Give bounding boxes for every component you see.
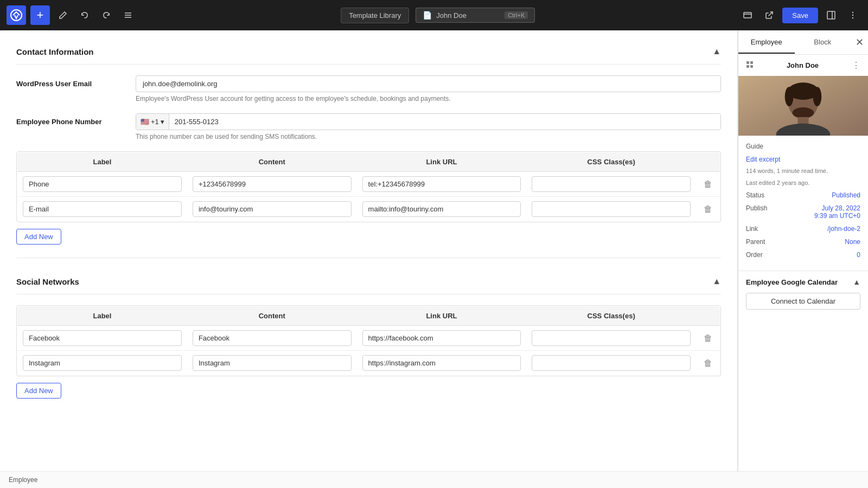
publish-value: July 28, 2022 9:39 am UTC+0 bbox=[814, 204, 860, 220]
contact-section-title: Contact Information bbox=[16, 47, 94, 56]
wordpress-email-input[interactable] bbox=[136, 75, 721, 92]
phone-number-input[interactable] bbox=[169, 114, 720, 130]
guide-label: Guide bbox=[746, 143, 763, 150]
close-sidebar-button[interactable]: ✕ bbox=[851, 30, 868, 54]
undo-button[interactable] bbox=[76, 7, 93, 24]
contact-css-input-0[interactable] bbox=[532, 176, 691, 192]
contact-table-row: 🗑 bbox=[17, 172, 720, 197]
main-layout: Contact Information ▲ WordPress User Ema… bbox=[0, 30, 868, 471]
contact-delete-button-0[interactable]: 🗑 bbox=[701, 177, 714, 191]
contact-link-input-1[interactable] bbox=[362, 201, 521, 217]
contact-label-input-0[interactable] bbox=[23, 176, 182, 192]
social-table-col-link: Link URL bbox=[357, 306, 527, 326]
contact-table-col-content: Content bbox=[187, 152, 357, 172]
guide-row: Guide bbox=[746, 143, 860, 150]
more-options-button[interactable] bbox=[844, 7, 861, 24]
social-table-col-label: Label bbox=[17, 306, 187, 326]
calendar-collapse-button[interactable]: ▲ bbox=[853, 278, 860, 286]
wordpress-email-label: WordPress User Email bbox=[16, 75, 136, 88]
social-css-input-1[interactable] bbox=[532, 355, 691, 371]
phone-code: +1 bbox=[151, 118, 159, 126]
phone-hint: This phone number can be used for sendin… bbox=[136, 133, 721, 140]
hamburger-button[interactable] bbox=[119, 7, 137, 24]
flag-chevron-icon: ▾ bbox=[161, 118, 164, 126]
redo-button[interactable] bbox=[98, 7, 115, 24]
social-delete-button-1[interactable]: 🗑 bbox=[701, 356, 714, 370]
contact-table-row: 🗑 bbox=[17, 197, 720, 222]
svg-rect-14 bbox=[750, 65, 753, 68]
employee-card-header: John Doe ⋮ bbox=[738, 55, 868, 76]
social-link-input-0[interactable] bbox=[362, 330, 521, 346]
tab-block[interactable]: Block bbox=[795, 31, 851, 54]
wordpress-email-hint: Employee's WordPress User account for ge… bbox=[136, 95, 721, 102]
sidebar-toggle-button[interactable] bbox=[822, 7, 840, 24]
contact-add-new-button[interactable]: Add New bbox=[16, 229, 61, 245]
employee-card-more-button[interactable]: ⋮ bbox=[852, 60, 860, 70]
social-table-col-content: Content bbox=[187, 306, 357, 326]
publish-time: 9:39 am UTC+0 bbox=[814, 212, 860, 220]
calendar-section: Employee Google Calendar ▲ Connect to Ca… bbox=[738, 271, 868, 316]
phone-control: 🇺🇸 +1 ▾ This phone number can be used fo… bbox=[136, 113, 721, 140]
connect-calendar-button[interactable]: Connect to Calendar bbox=[746, 293, 860, 310]
contact-collapse-button[interactable]: ▲ bbox=[712, 47, 721, 56]
contact-table-col-label: Label bbox=[17, 152, 187, 172]
social-table-row: 🗑 bbox=[17, 326, 720, 351]
preview-button[interactable] bbox=[739, 7, 756, 24]
phone-label: Employee Phone Number bbox=[16, 113, 136, 126]
social-add-new-button[interactable]: Add New bbox=[16, 383, 61, 399]
svg-point-9 bbox=[852, 15, 853, 16]
svg-rect-11 bbox=[746, 61, 749, 64]
external-link-button[interactable] bbox=[761, 7, 778, 24]
status-label: Status bbox=[746, 191, 764, 199]
edit-excerpt-link[interactable]: Edit excerpt bbox=[746, 156, 860, 163]
wordpress-email-row: WordPress User Email Employee's WordPres… bbox=[16, 75, 721, 102]
social-content-input-1[interactable] bbox=[193, 355, 352, 371]
social-css-input-0[interactable] bbox=[532, 330, 691, 346]
phone-row: Employee Phone Number 🇺🇸 +1 ▾ This phone… bbox=[16, 113, 721, 140]
order-value: 0 bbox=[857, 251, 860, 259]
tab-employee[interactable]: Employee bbox=[738, 31, 795, 54]
social-delete-button-0[interactable]: 🗑 bbox=[701, 331, 714, 345]
contact-content-input-0[interactable] bbox=[193, 176, 352, 192]
contact-css-input-1[interactable] bbox=[532, 201, 691, 217]
edit-button[interactable] bbox=[54, 7, 72, 24]
contact-delete-button-1[interactable]: 🗑 bbox=[701, 202, 714, 216]
link-value[interactable]: /john-doe-2 bbox=[827, 225, 860, 233]
social-label-input-1[interactable] bbox=[23, 355, 182, 371]
svg-rect-4 bbox=[744, 12, 751, 18]
contact-label-input-1[interactable] bbox=[23, 201, 182, 217]
wp-logo bbox=[7, 5, 26, 25]
link-label: Link bbox=[746, 225, 758, 233]
social-link-input-1[interactable] bbox=[362, 355, 521, 371]
social-collapse-button[interactable]: ▲ bbox=[712, 277, 721, 286]
social-table-row: 🗑 bbox=[17, 351, 720, 376]
status-value: Published bbox=[832, 191, 860, 199]
sidebar-tabs-row: Employee Block ✕ bbox=[738, 30, 868, 55]
meta-stats: 114 words, 1 minute read time. bbox=[746, 168, 860, 174]
search-text: John Doe bbox=[436, 11, 467, 20]
flag-emoji: 🇺🇸 bbox=[141, 118, 149, 126]
parent-row: Parent None bbox=[746, 238, 860, 246]
svg-rect-6 bbox=[827, 11, 835, 19]
contact-content-input-1[interactable] bbox=[193, 201, 352, 217]
svg-point-10 bbox=[852, 17, 853, 18]
search-shortcut: Ctrl+K bbox=[505, 11, 528, 19]
social-content-input-0[interactable] bbox=[193, 330, 352, 346]
svg-rect-12 bbox=[750, 61, 753, 64]
phone-flag-selector[interactable]: 🇺🇸 +1 ▾ bbox=[136, 114, 169, 130]
template-library-button[interactable]: Template Library bbox=[341, 8, 409, 23]
save-button[interactable]: Save bbox=[782, 8, 818, 23]
search-bar[interactable]: 📄 John Doe Ctrl+K bbox=[416, 8, 535, 23]
phone-input-wrap: 🇺🇸 +1 ▾ bbox=[136, 113, 721, 130]
link-row: Link /john-doe-2 bbox=[746, 225, 860, 233]
bottom-label: Employee bbox=[0, 471, 868, 488]
sidebar-tabs: Employee Block bbox=[738, 31, 851, 54]
add-button[interactable]: + bbox=[30, 5, 50, 25]
social-table-col-delete bbox=[696, 306, 720, 326]
social-section-divider bbox=[16, 258, 721, 258]
employee-card-grid-icon bbox=[746, 61, 754, 70]
social-label-input-0[interactable] bbox=[23, 330, 182, 346]
contact-link-input-0[interactable] bbox=[362, 176, 521, 192]
social-table-wrap: Label Content Link URL CSS Class(es) 🗑 🗑 bbox=[16, 305, 721, 376]
editor-area: Contact Information ▲ WordPress User Ema… bbox=[0, 30, 738, 471]
